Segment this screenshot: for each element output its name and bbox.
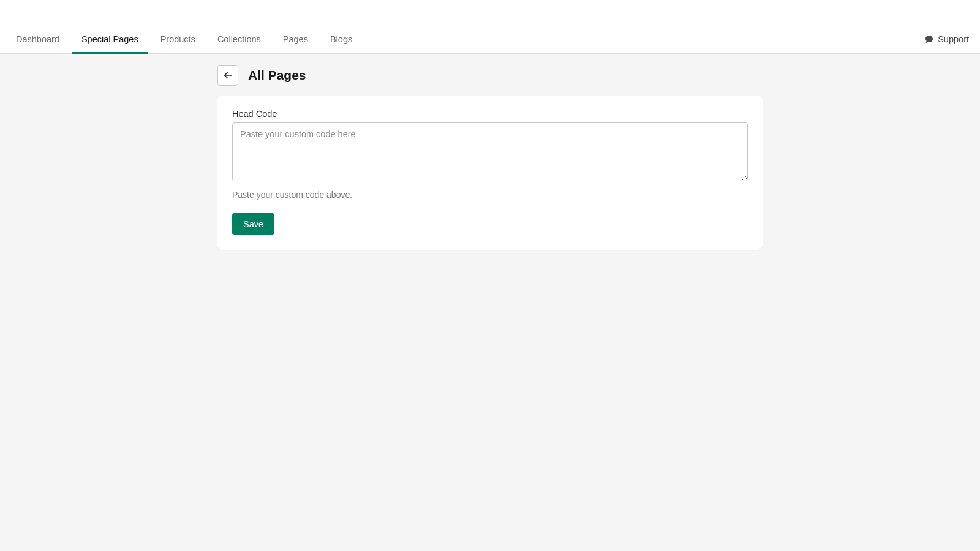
tab-products[interactable]: Products [151,24,205,53]
head-code-input[interactable] [232,122,748,181]
tab-label: Pages [283,34,308,44]
head-code-card: Head Code Paste your custom code above. … [217,96,763,250]
top-bar [0,0,980,24]
tab-label: Blogs [330,34,352,44]
chat-icon [924,34,934,44]
save-button-label: Save [243,219,263,229]
content-wrap: All Pages Head Code Paste your custom co… [217,65,763,250]
tab-label: Dashboard [16,34,59,44]
back-button[interactable] [217,65,238,86]
tab-blogs[interactable]: Blogs [320,24,362,53]
arrow-left-icon [222,70,233,81]
head-code-label: Head Code [232,109,748,119]
tab-label: Products [160,34,195,44]
tab-collections[interactable]: Collections [208,24,271,53]
nav-tabs: Dashboard Special Pages Products Collect… [6,24,364,53]
tab-dashboard[interactable]: Dashboard [6,24,69,53]
save-button[interactable]: Save [232,213,274,235]
page-body: All Pages Head Code Paste your custom co… [0,54,980,551]
tab-label: Collections [217,34,261,44]
nav-bar: Dashboard Special Pages Products Collect… [0,24,980,54]
support-label: Support [938,34,969,44]
page-title: All Pages [248,68,306,83]
tab-pages[interactable]: Pages [273,24,318,53]
tab-label: Special Pages [81,34,138,44]
tab-special-pages[interactable]: Special Pages [72,24,148,53]
helper-text: Paste your custom code above. [232,190,748,200]
support-button[interactable]: Support [924,34,969,44]
page-header: All Pages [217,65,763,86]
